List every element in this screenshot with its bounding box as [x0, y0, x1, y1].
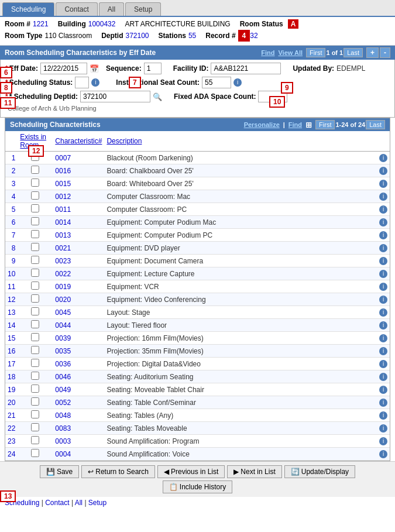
previous-in-list-button[interactable]: ◀ Previous in List: [157, 465, 225, 478]
exists-checkbox[interactable]: [31, 179, 39, 187]
exists-checkbox[interactable]: [31, 166, 39, 174]
char-info-icon[interactable]: i: [379, 167, 387, 175]
char-last-btn[interactable]: Last: [366, 120, 385, 129]
char-info-icon[interactable]: i: [379, 373, 387, 381]
char-header-right: Personalize | Find ⊞ First 1-24 of 24 La…: [244, 120, 385, 129]
exists-checkbox[interactable]: [31, 410, 39, 418]
tab-all[interactable]: All: [99, 2, 124, 16]
char-description: Seating: Moveable Tablet Chair: [104, 383, 377, 396]
char-info-icon[interactable]: i: [379, 270, 387, 278]
char-info-icon[interactable]: i: [379, 450, 387, 458]
char-number: 0039: [53, 332, 104, 345]
char-info-cell: i: [377, 203, 390, 216]
char-first-btn[interactable]: First: [315, 120, 335, 129]
badge-10: 10: [269, 96, 285, 108]
char-info-icon[interactable]: i: [379, 399, 387, 407]
char-description: Equipment: Computer Podium PC: [104, 229, 377, 242]
scheduling-status-info-icon[interactable]: i: [91, 78, 99, 87]
calendar-icon[interactable]: 📅: [90, 64, 99, 73]
last-btn[interactable]: Last: [344, 48, 363, 57]
char-info-icon[interactable]: i: [379, 411, 387, 420]
exists-checkbox[interactable]: [31, 243, 39, 251]
include-history-button[interactable]: 📋 Include History: [163, 480, 232, 493]
exists-checkbox[interactable]: [31, 320, 39, 328]
update-display-button[interactable]: 🔄 Update/Display: [284, 465, 355, 478]
exists-checkbox[interactable]: [31, 256, 39, 264]
scheduling-deptid-input[interactable]: [80, 91, 150, 102]
exists-checkbox[interactable]: [31, 307, 39, 315]
col-char: Characteristic#: [53, 131, 104, 152]
footer-setup-link[interactable]: Setup: [88, 499, 107, 507]
char-info-icon[interactable]: i: [379, 437, 387, 445]
view-all-link[interactable]: View All: [278, 49, 303, 56]
del-row-btn[interactable]: -: [380, 47, 390, 58]
char-info-icon[interactable]: i: [379, 244, 387, 252]
row-number: 13: [5, 306, 18, 319]
char-info-icon[interactable]: i: [379, 180, 387, 188]
grid-icon[interactable]: ⊞: [305, 121, 312, 129]
footer-contact-link[interactable]: Contact: [45, 499, 69, 507]
char-info-icon[interactable]: i: [379, 360, 387, 368]
char-info-icon[interactable]: i: [379, 334, 387, 342]
char-find-link[interactable]: Find: [288, 121, 302, 128]
exists-checkbox[interactable]: [31, 230, 39, 238]
exists-checkbox[interactable]: [31, 217, 39, 225]
exists-checkbox[interactable]: [31, 359, 39, 367]
exists-checkbox[interactable]: [31, 204, 39, 212]
char-number: 0004: [53, 448, 104, 461]
exists-checkbox[interactable]: [31, 346, 39, 354]
find-link[interactable]: Find: [261, 49, 274, 56]
char-info-cell: i: [377, 435, 390, 448]
exists-checkbox[interactable]: [31, 436, 39, 444]
instructional-seat-input[interactable]: [202, 77, 231, 88]
exists-checkbox[interactable]: [31, 282, 39, 290]
instructional-seat-info-icon[interactable]: i: [233, 78, 242, 87]
magnify-icon[interactable]: 🔍: [153, 92, 162, 101]
add-row-btn[interactable]: +: [366, 47, 379, 58]
char-info-icon[interactable]: i: [379, 321, 387, 330]
exists-checkbox[interactable]: [31, 423, 39, 431]
personalize-link[interactable]: Personalize: [244, 121, 280, 128]
exists-checkbox[interactable]: [31, 294, 39, 303]
char-info-icon[interactable]: i: [379, 231, 387, 239]
facility-input[interactable]: [211, 63, 281, 74]
char-description: Equipment: Computer Podium Mac: [104, 216, 377, 229]
exists-checkbox[interactable]: [31, 269, 39, 277]
footer-all-link[interactable]: All: [75, 499, 83, 507]
char-info-icon[interactable]: i: [379, 205, 387, 214]
char-number: 0020: [53, 293, 104, 306]
char-info-icon[interactable]: i: [379, 308, 387, 317]
next-in-list-button[interactable]: ▶ Next in List: [227, 465, 281, 478]
char-info-icon[interactable]: i: [379, 154, 387, 162]
tab-setup[interactable]: Setup: [125, 2, 161, 16]
tab-contact[interactable]: Contact: [56, 2, 97, 16]
exists-checkbox[interactable]: [31, 449, 39, 457]
char-info-icon[interactable]: i: [379, 296, 387, 304]
char-info-icon[interactable]: i: [379, 218, 387, 226]
char-info-cell: i: [377, 152, 390, 164]
exists-checkbox[interactable]: [31, 397, 39, 406]
exists-cell: [18, 396, 53, 409]
char-info-icon[interactable]: i: [379, 347, 387, 355]
table-row: 3 0015 Board: Whiteboard Over 25' i: [5, 177, 390, 190]
first-btn[interactable]: First: [306, 48, 325, 57]
char-info-icon[interactable]: i: [379, 193, 387, 201]
sequence-input[interactable]: [144, 63, 162, 74]
table-row: 5 0011 Computer Classroom: PC i: [5, 203, 390, 216]
char-info-icon[interactable]: i: [379, 424, 387, 433]
char-info-icon[interactable]: i: [379, 283, 387, 291]
char-info-cell: i: [377, 190, 390, 203]
save-button[interactable]: 💾 Save: [40, 465, 79, 478]
char-info-icon[interactable]: i: [379, 257, 387, 265]
tab-scheduling[interactable]: Scheduling: [2, 2, 54, 16]
exists-checkbox[interactable]: [31, 191, 39, 200]
char-description: Seating: Auditorium Seating: [104, 370, 377, 383]
exists-checkbox[interactable]: [31, 372, 39, 380]
return-to-search-button[interactable]: ↩ Return to Search: [81, 465, 155, 478]
exists-checkbox[interactable]: [31, 385, 39, 393]
eff-date-input[interactable]: [40, 63, 87, 74]
exists-checkbox[interactable]: [31, 333, 39, 341]
scheduling-status-input[interactable]: [75, 77, 89, 88]
row-number: 22: [5, 422, 18, 435]
char-info-icon[interactable]: i: [379, 386, 387, 394]
